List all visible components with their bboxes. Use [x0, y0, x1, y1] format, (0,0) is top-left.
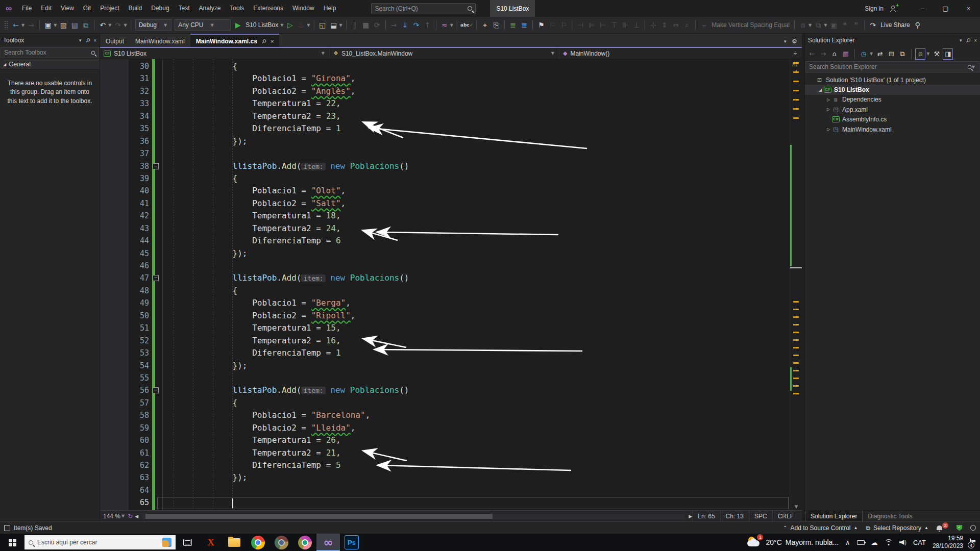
chevron-down-icon[interactable]: ▼ — [78, 38, 82, 43]
chevron-down-icon[interactable]: ▼ — [54, 23, 57, 28]
tab-mainwindow-xaml[interactable]: MainWindow.xaml — [130, 35, 190, 48]
stop-icon[interactable]: ■ — [361, 19, 371, 31]
line-number[interactable]: 45 — [129, 247, 152, 260]
file-explorer-icon[interactable] — [223, 534, 246, 551]
code-text[interactable]: Temperatura2 = 16, — [170, 335, 341, 347]
visual-studio-icon[interactable]: ∞ — [316, 534, 340, 551]
align-lefts-icon[interactable]: ⊣ — [575, 19, 585, 31]
line-ending-indicator[interactable]: CRLF — [772, 511, 799, 521]
code-line[interactable]: 35 DiferenciaTemp = 1 — [100, 122, 790, 135]
taskbar-search-input[interactable]: Escriu aquí per cercar — [24, 535, 176, 549]
code-line[interactable]: 33 Temperatura1 = 22, — [100, 97, 790, 110]
chevron-down-icon[interactable]: ▼ — [870, 52, 873, 56]
pin-icon[interactable]: ⚲ — [260, 38, 267, 45]
line-number[interactable]: 33 — [129, 97, 152, 110]
triangle-collapsed-icon[interactable]: ▷ — [825, 127, 831, 132]
code-text[interactable]: Poblacio2 = "Anglès", — [170, 85, 355, 97]
volume-icon[interactable]: ) — [899, 540, 906, 545]
menu-help[interactable]: Help — [319, 0, 341, 17]
line-number[interactable]: 39 — [129, 172, 152, 185]
weather-widget[interactable]: 1 20°C Mayorm. nubla... — [747, 536, 839, 548]
save-icon[interactable]: ▤ — [69, 19, 80, 31]
clock[interactable]: 19:59 28/10/2023 — [933, 535, 963, 550]
action-center-button[interactable]: 4 — [970, 539, 971, 546]
triangle-expanded-icon[interactable]: ◢ — [817, 88, 823, 92]
code-text[interactable]: llistaPob.Add(item: new Poblacions() — [170, 160, 409, 172]
align-middles-icon[interactable]: ⊪ — [620, 19, 630, 31]
code-text[interactable]: Poblacio1 = "Berga", — [170, 297, 351, 309]
step-into-icon[interactable]: ↓ — [400, 19, 410, 31]
line-number[interactable]: 41 — [129, 197, 152, 210]
find-in-files-icon[interactable]: ◱ — [317, 19, 328, 31]
line-number[interactable]: 50 — [129, 310, 152, 322]
navigate-forward-icon[interactable]: → — [26, 19, 36, 31]
insert-mode-indicator[interactable]: SPC — [749, 511, 772, 521]
align-centers-icon[interactable]: ⊫ — [586, 19, 597, 31]
restore-button[interactable]: ▢ — [934, 0, 957, 17]
chevron-down-icon[interactable]: ▼ — [108, 23, 111, 28]
code-text[interactable]: llistaPob.Add(item: new Poblacions() — [170, 272, 409, 284]
line-number[interactable]: 65 — [129, 496, 152, 509]
close-button[interactable]: × — [957, 0, 980, 17]
gear-icon[interactable]: ⚙ — [792, 38, 797, 45]
scroll-right-icon[interactable]: ▶ — [689, 514, 692, 519]
line-number[interactable]: 60 — [129, 434, 152, 446]
toolbar-grip-handle[interactable] — [4, 20, 8, 30]
tree-item-mainwindow-xaml[interactable]: ▷◳MainWindow.xaml — [805, 124, 980, 134]
pin-icon[interactable]: ⚲ — [84, 37, 92, 44]
code-text[interactable]: { — [170, 397, 237, 409]
code-text[interactable]: Temperatura1 = 26, — [170, 434, 341, 446]
line-number[interactable]: 54 — [129, 360, 152, 372]
code-text[interactable]: DiferenciaTemp = 1 — [170, 122, 341, 135]
size-to-content-icon[interactable]: ⇕ — [659, 19, 670, 31]
browser-profile-3-icon[interactable] — [293, 534, 316, 551]
menu-extensions[interactable]: Extensions — [249, 0, 288, 17]
code-line[interactable]: 46 — [100, 260, 790, 272]
fold-collapse-icon[interactable]: − — [153, 275, 159, 281]
prev-bookmark-icon[interactable]: ⚐ — [547, 19, 557, 31]
wifi-icon[interactable] — [885, 539, 893, 546]
tree-item-assemblyinfo-cs[interactable]: C#AssemblyInfo.cs — [805, 115, 980, 124]
breadcrumb-class[interactable]: ❖ S10_ListBox.MainWindow ▼ — [330, 48, 559, 59]
horizontal-scrollbar[interactable] — [142, 514, 684, 519]
code-text[interactable]: Poblacio1 = "Barcelona", — [170, 409, 370, 421]
new-project-icon[interactable]: ▣ — [43, 19, 53, 31]
toolbox-search-input[interactable]: Search Toolbox — [1, 47, 99, 58]
office-icon[interactable]: X — [199, 534, 223, 551]
open-folder-icon[interactable]: ▨ — [58, 19, 68, 31]
select-repository-button[interactable]: ⧉ Select Repository ▲ — [866, 524, 928, 532]
step-over-icon[interactable]: ↷ — [411, 19, 422, 31]
code-text[interactable]: { — [170, 285, 237, 297]
code-line[interactable]: 30 { — [100, 60, 790, 72]
code-text[interactable]: llistaPob.Add(item: new Poblacions() — [170, 384, 409, 396]
code-text[interactable]: DiferenciaTemp = 6 — [170, 235, 341, 247]
code-line[interactable]: 61 Temperatura2 = 21, — [100, 447, 790, 459]
code-line[interactable]: 50 Poblacio2 = "Ripoll", — [100, 310, 790, 322]
menu-tools[interactable]: Tools — [225, 0, 249, 17]
sign-in-button[interactable]: Sign in — [865, 5, 884, 12]
code-line[interactable]: 44 DiferenciaTemp = 6 — [100, 235, 790, 247]
close-icon[interactable]: × — [974, 38, 977, 43]
line-number[interactable]: 35 — [129, 122, 152, 135]
scroll-left-icon[interactable]: ◀ — [135, 514, 138, 519]
line-number[interactable]: 62 — [129, 459, 152, 471]
code-line[interactable]: 43 Temperatura2 = 24, — [100, 222, 790, 235]
line-number[interactable]: 51 — [129, 322, 152, 334]
tab-output[interactable]: Output — [100, 35, 130, 48]
toolbox-section-general[interactable]: ◢ General — [0, 59, 100, 70]
tree-item-app-xaml[interactable]: ▷◳App.xaml — [805, 105, 980, 114]
spell-check-icon[interactable]: abc✓ — [460, 19, 473, 31]
line-number[interactable]: 44 — [129, 235, 152, 247]
code-line[interactable]: 37 — [100, 147, 790, 160]
code-text[interactable]: Poblacio2 = "Salt", — [170, 197, 346, 210]
tab-solution-explorer[interactable]: Solution Explorer — [805, 511, 863, 521]
align-rights-icon[interactable]: ⊢ — [598, 19, 608, 31]
code-text[interactable]: Poblacio1 = "Olot", — [170, 185, 346, 197]
line-number[interactable]: 43 — [129, 222, 152, 235]
se-properties-icon[interactable]: ⚒ — [932, 48, 942, 60]
menu-test[interactable]: Test — [174, 0, 194, 17]
code-line[interactable]: 57 { — [100, 397, 790, 409]
code-text[interactable]: }); — [170, 247, 248, 260]
navigate-cursor-icon[interactable]: ⌖ — [480, 19, 490, 31]
code-line[interactable]: 31 Poblacio1 = "Girona", — [100, 72, 790, 85]
